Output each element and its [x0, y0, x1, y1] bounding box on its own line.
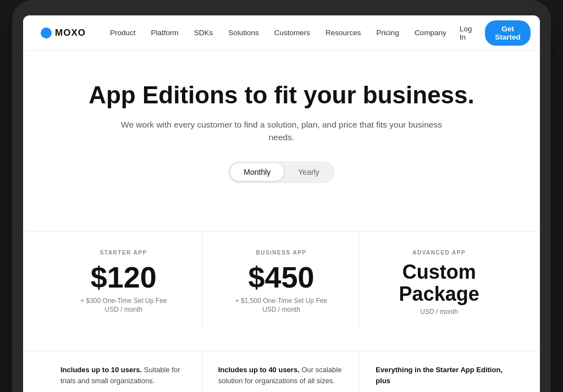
- billing-toggle: Monthly Yearly: [228, 161, 334, 183]
- screen: MOXO Product Platform SDKs Solutions Cus…: [23, 15, 540, 392]
- business-features: Includes up to 40 users. Our scalable so…: [203, 351, 361, 392]
- device-frame: MOXO Product Platform SDKs Solutions Cus…: [12, 0, 551, 392]
- advanced-card: ADVANCED APP Custom Package USD / month: [360, 232, 518, 331]
- logo[interactable]: MOXO: [41, 27, 86, 38]
- nav-solutions[interactable]: Solutions: [222, 25, 266, 40]
- business-label: BUSINESS APP: [218, 250, 345, 256]
- nav-links: Product Platform SDKs Solutions Customer…: [103, 25, 453, 40]
- nav-company[interactable]: Company: [408, 25, 453, 40]
- features-grid: Includes up to 10 users. Suitable for tr…: [23, 351, 540, 392]
- login-button[interactable]: Log In: [453, 21, 479, 45]
- navbar: MOXO Product Platform SDKs Solutions Cus…: [23, 15, 540, 51]
- nav-customers[interactable]: Customers: [268, 25, 317, 40]
- nav-resources[interactable]: Resources: [319, 25, 368, 40]
- starter-desc: Includes up to 10 users. Suitable for tr…: [60, 365, 187, 387]
- starter-features: Includes up to 10 users. Suitable for tr…: [45, 351, 203, 392]
- hero-title: App Editions to fit your business.: [45, 81, 518, 109]
- starter-label: STARTER APP: [60, 250, 187, 256]
- hero-subtitle: We work with every customer to find a so…: [117, 118, 446, 144]
- nav-sdks[interactable]: SDKs: [187, 25, 220, 40]
- nav-product[interactable]: Product: [103, 25, 142, 40]
- business-desc: Includes up to 40 users. Our scalable so…: [218, 365, 345, 387]
- logo-icon: [41, 27, 52, 38]
- business-period: USD / month: [218, 306, 345, 313]
- nav-pricing[interactable]: Pricing: [370, 25, 406, 40]
- hero-section: App Editions to fit your business. We wo…: [23, 51, 540, 231]
- get-started-button[interactable]: Get Started: [485, 20, 531, 46]
- starter-price: $120: [60, 261, 187, 294]
- spacer: [23, 331, 540, 351]
- advanced-period: USD / month: [376, 308, 503, 316]
- nav-actions: Log In Get Started: [453, 20, 531, 46]
- business-fee: + $1,500 One-Time Set Up Fee: [218, 297, 345, 305]
- pricing-grid: STARTER APP $120 + $300 One-Time Set Up …: [23, 231, 540, 331]
- business-desc-bold: Includes up to 40 users.: [218, 366, 300, 374]
- business-card: BUSINESS APP $450 + $1,500 One-Time Set …: [203, 232, 361, 331]
- monthly-toggle[interactable]: Monthly: [230, 163, 284, 181]
- starter-card: STARTER APP $120 + $300 One-Time Set Up …: [45, 232, 203, 331]
- nav-platform[interactable]: Platform: [144, 25, 185, 40]
- starter-desc-bold: Includes up to 10 users.: [60, 366, 142, 374]
- yearly-toggle[interactable]: Yearly: [285, 163, 332, 181]
- advanced-desc: Everything in the Starter App Edition, p…: [376, 365, 503, 387]
- advanced-features: Everything in the Starter App Edition, p…: [360, 351, 518, 392]
- advanced-desc-bold: Everything in the Starter App Edition, p…: [376, 366, 503, 385]
- starter-fee: + $300 One-Time Set Up Fee: [60, 297, 187, 305]
- advanced-price: Custom Package: [376, 261, 503, 305]
- advanced-label: ADVANCED APP: [376, 250, 503, 256]
- starter-period: USD / month: [60, 306, 187, 313]
- logo-text: MOXO: [55, 27, 86, 38]
- business-price: $450: [218, 261, 345, 294]
